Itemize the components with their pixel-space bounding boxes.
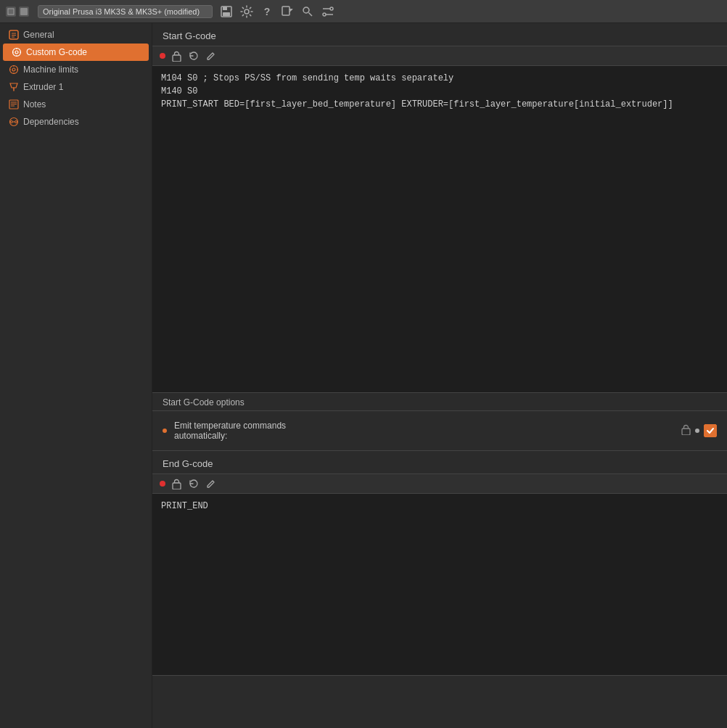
custom-gcode-icon [12,47,22,57]
svg-point-39 [11,121,13,123]
svg-point-26 [10,66,18,74]
window-icon-2 [19,7,29,17]
start-gcode-editor: M104 S0 ; Stops PS/SS from sending temp … [152,46,727,393]
save-button[interactable] [218,4,234,20]
sidebar-item-custom-gcode[interactable]: Custom G-code [3,44,149,61]
start-gcode-edit-btn[interactable] [205,49,218,62]
svg-point-11 [323,13,326,16]
dependencies-icon [9,117,19,127]
search-button[interactable] [300,4,316,20]
svg-point-6 [245,9,249,14]
end-gcode-section: End G-code [152,451,727,676]
start-gcode-toolbar [152,46,727,66]
end-gcode-textarea[interactable]: PRINT_END [152,494,727,675]
export-button[interactable] [279,4,295,20]
start-gcode-title: Start G-code [152,23,727,46]
start-gcode-options-section: Start G-Code options Emit temperature co… [152,393,727,451]
svg-rect-7 [282,7,289,15]
start-gcode-lock-btn[interactable] [170,49,183,62]
sidebar: General Custom G-code [0,23,152,728]
emit-temp-row: Emit temperature commands automatically: [163,417,717,444]
svg-rect-5 [223,12,230,16]
svg-rect-42 [173,55,181,62]
svg-point-8 [303,7,309,13]
svg-marker-32 [10,83,17,88]
profile-selector[interactable]: Original Prusa i3 MK3S & MK3S+ (modified… [38,5,213,18]
svg-rect-43 [682,429,690,435]
sidebar-item-dependencies[interactable]: Dependencies [0,113,152,131]
start-gcode-section: Start G-code [152,23,727,393]
start-gcode-textarea[interactable]: M104 S0 ; Stops PS/SS from sending temp … [152,66,727,392]
emit-temp-label: Emit temperature commands automatically: [174,421,674,441]
svg-rect-2 [20,8,28,15]
svg-point-27 [12,68,15,71]
end-gcode-reset-btn[interactable] [187,477,200,490]
settings-button[interactable] [239,4,255,20]
sidebar-item-general[interactable]: General [0,26,152,44]
svg-rect-4 [223,7,227,10]
main-layout: General Custom G-code [0,23,727,728]
end-gcode-edit-btn[interactable] [205,477,218,490]
emit-temp-lock-icon[interactable] [681,424,691,437]
end-gcode-title: End G-code [152,451,727,473]
svg-point-40 [15,121,17,123]
start-gcode-reset-btn[interactable] [187,49,200,62]
main-content: Start G-code [152,23,727,728]
end-gcode-editor: PRINT_END [152,474,727,676]
svg-point-20 [13,49,21,57]
end-gcode-modified-dot [160,481,165,487]
emit-temp-bullet [695,429,699,433]
svg-point-21 [15,51,18,54]
sliders-button[interactable] [320,4,336,20]
sidebar-item-machine-limits[interactable]: Machine limits [0,61,152,78]
start-gcode-modified-dot [160,53,165,59]
end-gcode-lock-btn[interactable] [170,477,183,490]
sidebar-item-extruder-1[interactable]: Extruder 1 [0,78,152,96]
sidebar-item-notes[interactable]: Notes [0,96,152,113]
machine-limits-icon [9,65,19,75]
notes-icon [9,99,19,109]
extruder-icon [9,82,19,92]
end-gcode-toolbar [152,474,727,494]
options-row-container: Emit temperature commands automatically: [152,411,727,451]
emit-temp-modified-dot [163,429,167,433]
window-icon-1 [6,7,16,17]
titlebar-window-icons [6,7,29,17]
svg-rect-44 [173,483,181,489]
help-button[interactable]: ? [259,4,275,20]
svg-line-9 [309,12,313,16]
svg-point-10 [330,7,333,10]
emit-temp-controls [681,424,717,437]
titlebar-actions: ? [218,4,336,20]
titlebar: Original Prusa i3 MK3S & MK3S+ (modified… [0,0,727,23]
general-icon [9,30,19,40]
start-gcode-options-title: Start G-Code options [152,393,727,410]
emit-temp-checkbox[interactable] [704,424,717,437]
